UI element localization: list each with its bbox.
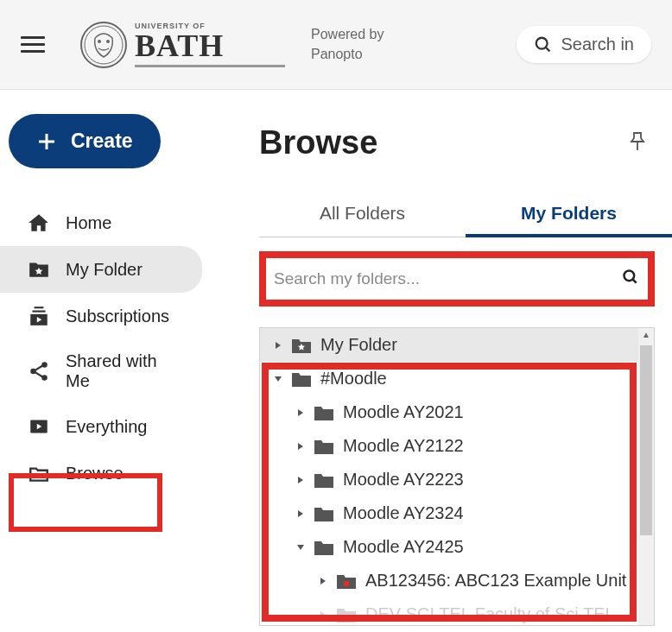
caret-down-icon[interactable] (272, 373, 284, 385)
tree-item-label: Moodle AY2324 (343, 503, 464, 523)
create-button[interactable]: Create (9, 114, 161, 168)
global-search[interactable]: Search in (517, 26, 652, 63)
logo[interactable]: UNIVERSITY OF BATH (79, 21, 285, 69)
caret-down-icon[interactable] (295, 541, 307, 553)
svg-point-2 (98, 40, 101, 43)
browse-icon (28, 462, 50, 484)
tab-all-folders[interactable]: All Folders (259, 193, 466, 237)
caret-right-icon[interactable] (317, 575, 329, 587)
folder-icon (314, 438, 334, 455)
star-folder-icon (291, 337, 312, 354)
create-label: Create (71, 130, 133, 153)
sidebar-item-label: Everything (66, 417, 148, 437)
tree-item[interactable]: My Folder (260, 328, 654, 362)
caret-right-icon[interactable] (295, 474, 307, 486)
svg-line-15 (35, 372, 43, 376)
tree-item[interactable]: Moodle AY2021 (260, 395, 654, 429)
svg-line-19 (633, 280, 637, 283)
sidebar-item-label: Subscriptions (66, 307, 169, 326)
folder-icon (291, 370, 312, 388)
svg-point-3 (106, 40, 110, 43)
sidebar-item-browse[interactable]: Browse (0, 450, 202, 496)
bath-crest-icon (79, 21, 128, 69)
sidebar-item-label: Shared with Me (66, 351, 185, 391)
folder-icon (314, 505, 334, 522)
tree-item[interactable]: Moodle AY2425 (260, 530, 654, 564)
tree-item-label: Moodle AY2223 (343, 470, 464, 490)
tree-item[interactable]: Moodle AY2122 (260, 429, 654, 463)
tree-item[interactable]: Moodle AY2324 (260, 496, 654, 530)
sidebar-item-subscriptions[interactable]: Subscriptions (0, 293, 202, 339)
scroll-thumb[interactable] (640, 345, 652, 535)
svg-line-5 (545, 47, 549, 51)
sidebar: Create Home My Folder Subscriptions Shar… (0, 90, 214, 496)
tree-item[interactable]: Moodle AY2223 (260, 463, 654, 496)
red-folder-icon (336, 572, 357, 590)
tree-item[interactable]: DEV SCI TEL Faculty of Sci TEL (260, 597, 654, 626)
folder-icon (314, 404, 334, 421)
folder-icon (314, 539, 334, 556)
caret-right-icon[interactable] (295, 508, 307, 520)
subscriptions-icon (28, 305, 50, 327)
page-title: Browse (259, 124, 672, 161)
tree-item-label: Moodle AY2425 (343, 537, 464, 557)
main-content: Browse All Folders My Folders ▲ My Folde… (259, 90, 672, 626)
caret-right-icon[interactable] (295, 440, 307, 452)
scrollbar[interactable]: ▲ (638, 328, 654, 625)
tree-item-label: Moodle AY2021 (343, 402, 464, 422)
svg-point-4 (536, 37, 547, 48)
sidebar-item-everything[interactable]: Everything (0, 403, 202, 450)
folder-tree: ▲ My Folder#MoodleMoodle AY2021Moodle AY… (259, 327, 655, 626)
everything-icon (28, 415, 50, 438)
search-input[interactable] (259, 256, 655, 301)
plus-icon (36, 131, 57, 152)
share-icon (28, 360, 50, 382)
sidebar-item-label: Browse (66, 464, 124, 483)
search-label: Search in (561, 35, 635, 54)
svg-point-1 (85, 26, 123, 64)
svg-rect-10 (35, 307, 44, 308)
sidebar-item-label: Home (66, 213, 111, 233)
home-icon (28, 212, 50, 234)
folder-icon (336, 606, 357, 623)
logo-bath-text: BATH (135, 30, 285, 61)
sidebar-item-label: My Folder (66, 260, 143, 280)
svg-rect-9 (32, 311, 45, 313)
tabs: All Folders My Folders (259, 193, 672, 237)
svg-point-0 (81, 22, 126, 67)
svg-line-14 (35, 366, 43, 370)
caret-right-icon[interactable] (272, 339, 284, 351)
powered-by: Powered by Panopto (311, 25, 384, 64)
search-icon (534, 35, 553, 54)
pin-icon[interactable] (629, 131, 646, 152)
tree-item-label: #Moodle (320, 369, 387, 389)
folder-icon (314, 471, 334, 489)
tree-item[interactable]: AB123456: ABC123 Example Unit (260, 564, 654, 597)
svg-point-18 (624, 271, 635, 281)
tab-my-folders[interactable]: My Folders (466, 193, 672, 237)
svg-rect-20 (344, 581, 349, 586)
tree-item-label: AB123456: ABC123 Example Unit (365, 571, 626, 591)
sidebar-item-my-folder[interactable]: My Folder (0, 246, 202, 293)
sidebar-item-shared[interactable]: Shared with Me (0, 339, 202, 403)
caret-right-icon[interactable] (295, 407, 307, 419)
tree-item[interactable]: #Moodle (260, 362, 654, 395)
caret-right-icon[interactable] (317, 609, 329, 621)
header: UNIVERSITY OF BATH Powered by Panopto Se… (0, 0, 672, 90)
tree-item-label: My Folder (320, 335, 397, 355)
search-icon[interactable] (622, 269, 639, 286)
tree-item-label: DEV SCI TEL Faculty of Sci TEL (365, 604, 615, 624)
sidebar-item-home[interactable]: Home (0, 199, 202, 246)
scroll-up-icon[interactable]: ▲ (640, 330, 652, 342)
star-folder-icon (28, 258, 50, 281)
tree-item-label: Moodle AY2122 (343, 436, 464, 456)
menu-icon[interactable] (21, 32, 45, 57)
